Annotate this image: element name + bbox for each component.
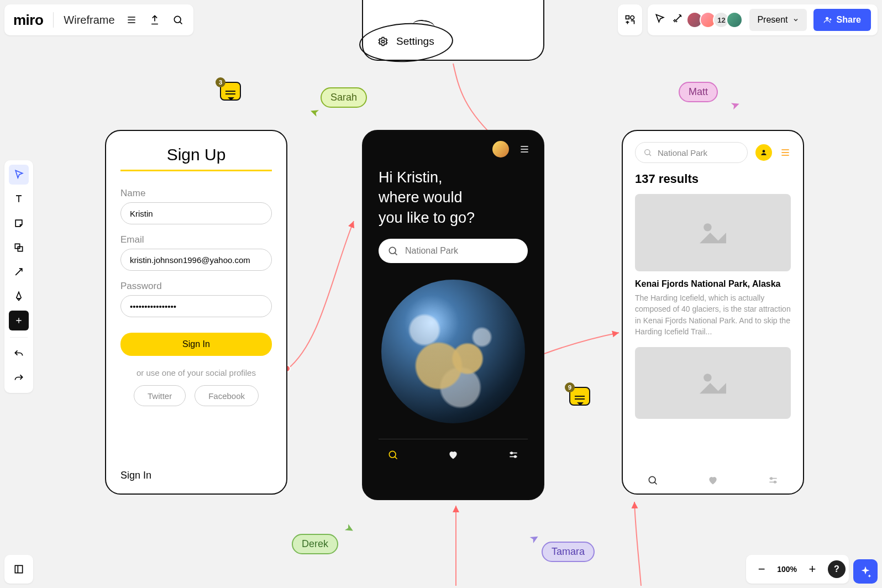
tab-heart-icon[interactable] — [707, 475, 718, 486]
svg-point-9 — [649, 476, 656, 483]
plus-icon — [14, 316, 23, 325]
hamburger-icon[interactable] — [125, 13, 138, 27]
zoom-in-button[interactable]: + — [805, 561, 820, 577]
password-input[interactable] — [120, 295, 272, 317]
tab-sliders-icon[interactable] — [508, 449, 519, 460]
help-button[interactable]: ? — [828, 560, 846, 578]
pen-icon — [13, 291, 24, 302]
mock-results-screen[interactable]: National Park 137 results Kenai Fjords N… — [622, 130, 804, 495]
avatar[interactable] — [492, 141, 509, 158]
share-button[interactable]: Share — [813, 9, 871, 31]
cursor-icon — [13, 169, 24, 180]
frames-button[interactable] — [4, 555, 33, 584]
or-text: or use one of your social profiles — [120, 368, 272, 377]
result-desc: The Harding Icefield, which is actually … — [635, 292, 791, 337]
tab-search-icon[interactable] — [387, 449, 398, 460]
name-label: Name — [120, 188, 272, 199]
svg-point-14 — [631, 16, 634, 20]
signup-title: Sign Up — [120, 145, 272, 171]
signup-submit-button[interactable]: Sign In — [120, 333, 272, 356]
tool-pen[interactable] — [9, 286, 29, 306]
divider — [53, 12, 54, 28]
results-count: 137 results — [635, 172, 791, 186]
image-icon — [696, 370, 729, 396]
tool-sticky[interactable] — [9, 213, 29, 233]
logo[interactable]: miro — [13, 12, 43, 29]
undo-icon — [13, 349, 24, 360]
reactions-icon[interactable] — [672, 13, 683, 27]
mock-signup-screen[interactable]: Sign Up Name Email Password Sign In or u… — [105, 130, 287, 495]
svg-point-1 — [389, 248, 396, 254]
person-icon — [760, 149, 768, 156]
results-search[interactable]: National Park — [635, 142, 748, 163]
zoom-out-button[interactable]: − — [754, 561, 769, 577]
tab-heart-icon[interactable] — [448, 449, 459, 460]
facebook-button[interactable]: Facebook — [195, 385, 259, 406]
tool-text[interactable] — [9, 189, 29, 209]
search-icon[interactable] — [171, 13, 185, 27]
arrow-icon — [13, 266, 24, 277]
search-icon — [387, 245, 398, 256]
redo-button[interactable] — [9, 369, 29, 389]
zoom-controls: − 100% + ? — [746, 555, 849, 584]
search-icon — [643, 148, 652, 157]
collab-box: 12 Present Share — [648, 4, 878, 35]
avatars[interactable]: 12 — [690, 12, 743, 28]
password-label: Password — [120, 281, 272, 292]
comment-pin[interactable]: 3 — [220, 82, 241, 101]
undo-button[interactable] — [9, 344, 29, 364]
canvas[interactable]: Settings Sign Up Name Email Password Sig… — [0, 0, 882, 588]
board-name[interactable]: Wireframe — [64, 14, 114, 27]
svg-point-15 — [826, 17, 828, 20]
svg-point-8 — [704, 374, 711, 381]
user-chip[interactable] — [755, 144, 772, 161]
svg-rect-18 — [15, 565, 22, 573]
cursor-arrow-icon: ➤ — [307, 105, 321, 120]
sparkle-icon — [859, 565, 872, 578]
svg-point-10 — [770, 477, 772, 479]
comment-pin[interactable]: 9 — [569, 387, 590, 406]
signin-link[interactable]: Sign In — [120, 470, 151, 481]
results-tabbar — [623, 475, 803, 486]
svg-point-5 — [645, 150, 650, 155]
travel-search[interactable]: National Park — [379, 239, 528, 263]
app-bar: miro Wireframe — [4, 4, 193, 35]
svg-rect-13 — [626, 16, 629, 19]
travel-tabbar — [363, 439, 543, 470]
zoom-level[interactable]: 100% — [777, 565, 797, 574]
export-icon[interactable] — [148, 13, 161, 27]
top-right-cluster: 12 Present Share — [618, 4, 878, 35]
apps-box[interactable] — [618, 4, 642, 35]
sticky-note-icon — [13, 218, 24, 229]
email-label: Email — [120, 234, 272, 245]
present-button[interactable]: Present — [749, 9, 806, 31]
earth-image — [381, 280, 525, 423]
shapes-icon — [13, 242, 24, 253]
ai-button[interactable] — [853, 559, 878, 584]
cursor-sarah: Sarah — [321, 87, 367, 108]
image-icon — [696, 219, 729, 246]
cursor-arrow-icon: ➤ — [728, 97, 742, 113]
tab-search-icon[interactable] — [647, 475, 658, 486]
avatar[interactable] — [726, 12, 743, 28]
name-input[interactable] — [120, 202, 272, 224]
cursor-icon[interactable] — [654, 13, 665, 27]
hamburger-icon[interactable] — [780, 147, 791, 158]
tool-more[interactable] — [9, 311, 29, 330]
twitter-button[interactable]: Twitter — [134, 385, 186, 406]
greeting: Hi Kristin, where would you like to go? — [363, 158, 543, 228]
person-add-icon — [823, 15, 832, 24]
email-input[interactable] — [120, 249, 272, 271]
tool-connector[interactable] — [9, 262, 29, 282]
mock-travel-screen[interactable]: Hi Kristin, where would you like to go? … — [362, 130, 544, 500]
tab-sliders-icon[interactable] — [768, 475, 779, 486]
tool-select[interactable] — [9, 165, 29, 185]
svg-point-7 — [704, 223, 711, 231]
cursor-tamara: Tamara — [542, 542, 595, 562]
result-title: Kenai Fjords National Park, Alaska — [635, 279, 791, 289]
hamburger-icon[interactable] — [519, 144, 530, 155]
svg-point-4 — [514, 456, 516, 458]
tool-shape[interactable] — [9, 238, 29, 258]
svg-point-12 — [174, 16, 181, 23]
chevron-down-icon — [792, 17, 799, 23]
